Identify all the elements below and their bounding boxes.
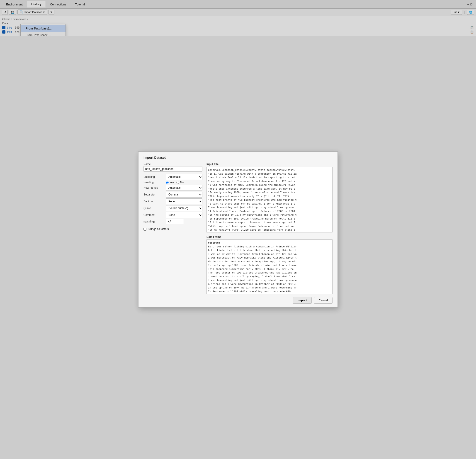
modal-overlay: Import Dataset Name Encoding Automatic <box>0 0 476 36</box>
